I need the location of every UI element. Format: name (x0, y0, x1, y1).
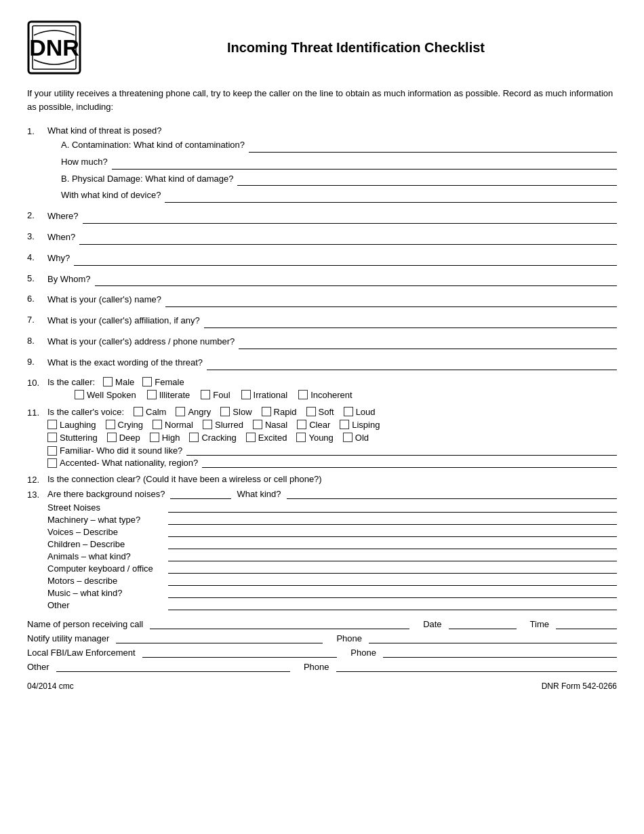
excited-checkbox[interactable] (246, 433, 256, 442)
fbi-field[interactable] (142, 648, 338, 658)
date-field[interactable] (449, 620, 517, 629)
slurred-checkbox[interactable] (203, 420, 212, 429)
q8-line[interactable] (239, 338, 617, 349)
voice-slurred: Slurred (203, 420, 243, 430)
soft-checkbox[interactable] (306, 407, 316, 416)
bg-animals-line[interactable] (168, 552, 617, 561)
male-checkbox[interactable] (103, 377, 113, 386)
q1b-line[interactable] (237, 175, 617, 186)
normal-checkbox[interactable] (153, 420, 162, 429)
question-8: 8. What is your (caller's) address / pho… (27, 335, 617, 352)
crying-checkbox[interactable] (106, 420, 115, 429)
slow-checkbox[interactable] (220, 407, 230, 416)
q9-label: What is the exact wording of the threat? (47, 356, 203, 370)
bg-machinery-line[interactable] (168, 515, 617, 525)
page-title: Incoming Threat Identification Checklist (95, 40, 617, 56)
fbi-phone-field[interactable] (383, 648, 617, 658)
nasal-checkbox[interactable] (253, 420, 262, 429)
illiterate-checkbox[interactable] (147, 390, 157, 399)
q10-incoherent-item: Incoherent (298, 390, 352, 400)
time-field[interactable] (556, 620, 617, 629)
notify-field[interactable] (116, 634, 323, 643)
accented-line[interactable] (202, 458, 617, 468)
bg-machinery-label: Machinery – what type? (47, 515, 163, 525)
familiar-checkbox[interactable] (47, 446, 57, 456)
q3-label: When? (47, 231, 75, 245)
q11-num: 11. (27, 407, 47, 418)
voice-crying: Crying (106, 420, 144, 430)
other-footer-field[interactable] (56, 662, 290, 672)
q7-line[interactable] (204, 317, 617, 328)
bg-children-line[interactable] (168, 540, 617, 549)
fbi-label: Local FBI/Law Enforcement (27, 648, 136, 658)
other-phone-label: Phone (304, 662, 329, 672)
familiar-label: Familiar- Who did it sound like? (60, 445, 182, 456)
bg-other-line[interactable] (168, 601, 617, 610)
irrational-checkbox[interactable] (241, 390, 251, 399)
loud-checkbox[interactable] (344, 407, 353, 416)
q6-line[interactable] (165, 296, 617, 307)
lisping-checkbox[interactable] (340, 420, 349, 429)
bg-children: Children – Describe (47, 539, 617, 549)
calm-checkbox[interactable] (134, 407, 143, 416)
question-4: 4. Why? (27, 252, 617, 269)
bg-music-line[interactable] (168, 589, 617, 598)
question-13: 13. Are there background noises? What ki… (27, 489, 617, 612)
bg-street-line[interactable] (168, 503, 617, 513)
q5-line[interactable] (95, 275, 617, 286)
q9-line[interactable] (207, 359, 617, 370)
question-5: 5. By Whom? (27, 273, 617, 290)
rapid-checkbox[interactable] (262, 407, 271, 416)
stuttering-checkbox[interactable] (47, 433, 57, 442)
accented-checkbox[interactable] (47, 458, 57, 468)
q1-num: 1. (27, 125, 47, 136)
q1-label: What kind of threat is posed? (47, 125, 617, 136)
q13-answer-field[interactable] (170, 490, 231, 499)
notify-phone-field[interactable] (369, 634, 617, 643)
bg-motors-line[interactable] (168, 576, 617, 586)
bg-computer-line[interactable] (168, 564, 617, 574)
q10-wellspoken-item: Well Spoken (75, 390, 136, 400)
female-checkbox[interactable] (142, 377, 152, 386)
voice-young: Young (296, 433, 333, 443)
wellspoken-checkbox[interactable] (75, 390, 84, 399)
q1a-howmuch-line[interactable] (112, 159, 617, 170)
other-phone-field[interactable] (336, 662, 617, 672)
q1b-row: B. Physical Damage: What kind of damage?… (61, 172, 617, 203)
q1a-line[interactable] (249, 142, 617, 153)
q1b-label: B. Physical Damage: What kind of damage? (61, 172, 233, 186)
q4-line[interactable] (74, 255, 617, 266)
high-checkbox[interactable] (150, 433, 159, 442)
voice-lisping: Lisping (340, 420, 380, 430)
incoherent-checkbox[interactable] (298, 390, 308, 399)
bg-other: Other (47, 600, 617, 610)
familiar-line[interactable] (186, 446, 617, 456)
name-field[interactable] (150, 620, 409, 629)
q8-content: What is your (caller's) address / phone … (47, 335, 617, 352)
q3-line[interactable] (79, 234, 617, 245)
bg-voices-line[interactable] (168, 528, 617, 537)
q13-whatkind-field[interactable] (287, 490, 618, 499)
document-footer: 04/2014 cmc DNR Form 542-0266 (27, 681, 617, 691)
angry-checkbox[interactable] (176, 407, 185, 416)
bg-computer: Computer keyboard / office (47, 563, 617, 574)
q2-line[interactable] (83, 213, 617, 224)
q1b-device-line[interactable] (165, 192, 617, 203)
bg-animals: Animals – what kind? (47, 551, 617, 561)
q1a-howmuch-label: How much? (61, 155, 108, 170)
voice-calm: Calm (134, 407, 166, 417)
voice-slow: Slow (220, 407, 251, 417)
bg-street-label: Street Noises (47, 502, 163, 513)
young-checkbox[interactable] (296, 433, 306, 442)
q1a-label: A. Contamination: What kind of contamina… (61, 138, 245, 153)
foul-checkbox[interactable] (201, 390, 210, 399)
question-2: 2. Where? (27, 210, 617, 226)
q11-content: Is the caller's voice: Calm Angry Slow R… (47, 407, 617, 470)
voice-normal: Normal (153, 420, 193, 430)
clear-checkbox[interactable] (297, 420, 306, 429)
voice-soft: Soft (306, 407, 334, 417)
laughing-checkbox[interactable] (47, 420, 57, 429)
old-checkbox[interactable] (343, 433, 353, 442)
deep-checkbox[interactable] (107, 433, 117, 442)
cracking-checkbox[interactable] (189, 433, 199, 442)
